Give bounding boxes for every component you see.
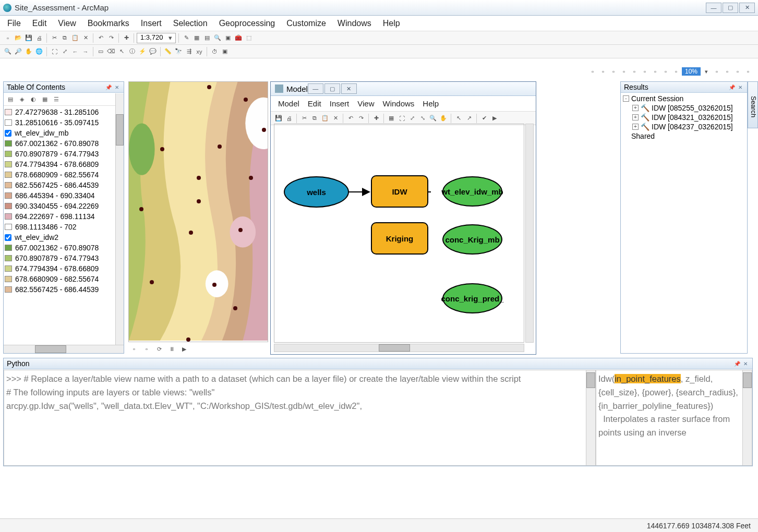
results-session[interactable]: Current Session xyxy=(631,94,683,103)
toc-class-label[interactable]: 670.8907879 - 674.77943 xyxy=(15,254,99,262)
search-tab[interactable]: Search xyxy=(748,81,758,128)
ltb-12-icon[interactable]: ▫ xyxy=(733,67,742,76)
toc-class-label[interactable]: 678.6680909 - 682.55674 xyxy=(15,171,99,179)
find-icon[interactable]: 🔭 xyxy=(174,47,183,56)
model-auto-layout-icon[interactable]: ▦ xyxy=(387,114,396,123)
layer-checkbox[interactable] xyxy=(5,234,11,241)
menu-windows[interactable]: Windows xyxy=(338,19,371,28)
ltb-5-icon[interactable]: ▫ xyxy=(630,67,639,76)
model-paste-icon[interactable]: 📋 xyxy=(320,114,330,123)
catalog-icon[interactable]: ▤ xyxy=(202,33,212,43)
select-icon[interactable]: ▭ xyxy=(96,47,105,56)
results-shared[interactable]: Shared xyxy=(631,132,655,140)
full-extent-icon[interactable]: ⛶ xyxy=(50,47,59,56)
forward-icon[interactable]: → xyxy=(81,47,90,56)
minimize-button[interactable]: — xyxy=(706,3,721,13)
html-popup-icon[interactable]: 💬 xyxy=(148,47,158,56)
time-slider-icon[interactable]: ⏱ xyxy=(210,47,219,56)
python-input-scroll[interactable] xyxy=(586,370,595,465)
fixed-zoom-in-icon[interactable]: ⤢ xyxy=(60,47,69,56)
search-icon[interactable]: 🔍 xyxy=(213,33,222,43)
back-icon[interactable]: ← xyxy=(70,47,80,56)
undo-icon[interactable]: ↶ xyxy=(96,33,105,43)
model-run-icon[interactable]: ▶ xyxy=(490,114,499,123)
save-icon[interactable]: 💾 xyxy=(24,33,33,43)
zoom-out-icon[interactable]: 🔎 xyxy=(14,47,23,56)
toc-list-by-drawing-icon[interactable]: ▤ xyxy=(6,94,15,104)
python-close-icon[interactable]: ✕ xyxy=(742,361,749,367)
results-item[interactable]: IDW [085255_03262015] xyxy=(652,104,733,112)
toc-class-label[interactable]: 694.222697 - 698.11134 xyxy=(15,212,95,221)
toc-class-label[interactable]: 674.7794394 - 678.66809 xyxy=(15,264,99,273)
model-full-extent-icon[interactable]: ⛶ xyxy=(397,114,406,123)
model-zoom-in-icon[interactable]: ⤢ xyxy=(407,114,417,123)
toc-class-label[interactable]: 690.3340455 - 694.22269 xyxy=(15,202,99,210)
scale-select[interactable]: 1:3,720 xyxy=(137,33,176,43)
toc-list-by-source-icon[interactable]: ◈ xyxy=(17,94,27,104)
zoom-in-icon[interactable]: 🔍 xyxy=(3,47,13,56)
toc-class-label[interactable]: 667.0021362 - 670.89078 xyxy=(15,244,99,252)
model-redo-icon[interactable]: ↷ xyxy=(356,114,366,123)
find-route-icon[interactable]: ⇶ xyxy=(184,47,194,56)
results-item[interactable]: IDW [084237_03262015] xyxy=(652,123,733,131)
model-zoom-out-icon[interactable]: ⤡ xyxy=(418,114,427,123)
toc-hscroll[interactable] xyxy=(4,345,124,353)
model-connect-icon[interactable]: ↗ xyxy=(464,114,474,123)
hyperlink-icon[interactable]: ⚡ xyxy=(138,47,147,56)
map-view[interactable] xyxy=(128,81,268,342)
model-select-icon[interactable]: ↖ xyxy=(454,114,463,123)
model-validate-icon[interactable]: ✔ xyxy=(479,114,489,123)
model-save-icon[interactable]: 💾 xyxy=(274,114,283,123)
model-minimize-button[interactable]: — xyxy=(308,83,323,94)
layer-name[interactable]: wt_elev_idw_mb xyxy=(15,129,69,137)
toc-class-label[interactable]: 674.7794394 - 678.66809 xyxy=(15,160,99,168)
toc-pin-icon[interactable]: 📌 xyxy=(104,84,113,90)
tree-expand-icon[interactable]: + xyxy=(632,114,639,120)
toc-options-icon[interactable]: ☰ xyxy=(52,94,61,104)
model-copy-icon[interactable]: ⧉ xyxy=(310,114,319,123)
toc-class[interactable]: 31.28510616 - 35.097415 xyxy=(15,118,99,127)
model-add-data-icon[interactable]: ✚ xyxy=(371,114,381,123)
menu-customize[interactable]: Customize xyxy=(286,19,326,28)
ltb-13-icon[interactable]: ▫ xyxy=(743,67,753,76)
toc-class-label[interactable]: 667.0021362 - 670.89078 xyxy=(15,139,99,148)
results-pin-icon[interactable]: 📌 xyxy=(727,84,737,90)
ltb-8-icon[interactable]: ▫ xyxy=(661,67,670,76)
copy-icon[interactable]: ⧉ xyxy=(60,33,69,43)
model-menu-windows[interactable]: Windows xyxy=(382,99,414,108)
results-close-icon[interactable]: ✕ xyxy=(737,84,744,90)
goto-xy-icon[interactable]: xy xyxy=(195,47,204,56)
tree-collapse-icon[interactable]: - xyxy=(623,95,629,102)
ltb-3-icon[interactable]: ▫ xyxy=(609,67,618,76)
toolbox-icon[interactable]: 🧰 xyxy=(234,33,243,43)
close-button[interactable]: ✕ xyxy=(739,3,755,13)
model-undo-icon[interactable]: ↶ xyxy=(346,114,355,123)
toc-list-by-selection-icon[interactable]: ▦ xyxy=(40,94,50,104)
print-icon[interactable]: 🖨 xyxy=(34,33,44,43)
model-node-tool-kriging[interactable]: Kriging xyxy=(371,222,428,255)
toc-class-label[interactable]: 698.1113486 - 702 xyxy=(15,223,77,231)
toc-class-label[interactable]: 678.6680909 - 682.55674 xyxy=(15,275,99,283)
arcpy-icon[interactable]: ▣ xyxy=(223,33,233,43)
toc-class[interactable]: 27.47279638 - 31.285106 xyxy=(15,108,99,116)
maximize-button[interactable]: ▢ xyxy=(723,3,738,13)
toc-vscroll[interactable] xyxy=(115,93,124,345)
refresh-icon[interactable]: ⟳ xyxy=(154,344,164,354)
pause-icon[interactable]: ⏸ xyxy=(167,344,176,354)
ltb-6-icon[interactable]: ▫ xyxy=(640,67,649,76)
zoom-percent[interactable]: 10% xyxy=(682,67,701,76)
python-pin-icon[interactable]: 📌 xyxy=(732,361,742,367)
model-pan-icon[interactable]: ✋ xyxy=(439,114,448,123)
tree-expand-icon[interactable]: + xyxy=(632,105,639,111)
add-data-icon[interactable]: ✚ xyxy=(122,33,131,43)
pan-icon[interactable]: ✋ xyxy=(24,47,33,56)
viewer-icon[interactable]: ▣ xyxy=(220,47,230,56)
model-node-output-krig[interactable]: conc_Krig_mb xyxy=(442,224,502,255)
layout-view-icon[interactable]: ▫ xyxy=(142,344,151,354)
globe-icon[interactable]: 🌐 xyxy=(34,47,44,56)
model-node-tool-idw[interactable]: IDW xyxy=(371,175,428,208)
ltb-9-icon[interactable]: ▫ xyxy=(671,67,681,76)
python-help-scroll[interactable] xyxy=(742,370,752,465)
model-menu-model[interactable]: Model xyxy=(278,99,299,108)
menu-file[interactable]: File xyxy=(7,19,21,28)
